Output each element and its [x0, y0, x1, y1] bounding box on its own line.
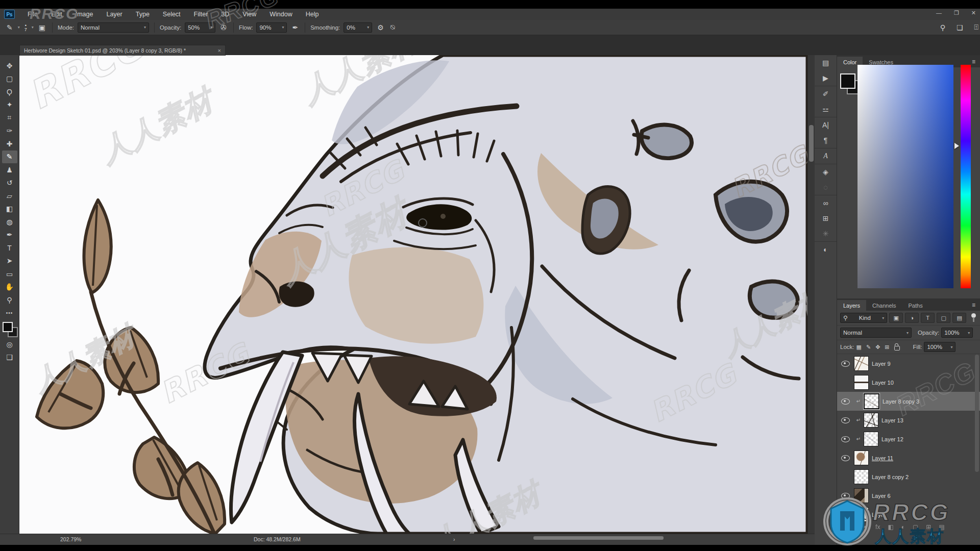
layer-name[interactable]: Layer 13 — [881, 417, 903, 423]
eraser-tool[interactable]: ▱ — [2, 189, 17, 203]
crop-tool[interactable]: ⌗ — [2, 111, 17, 124]
photoshop-logo[interactable]: Ps — [4, 10, 15, 19]
layer-row[interactable]: ↵ Layer 13 — [837, 411, 980, 430]
menu-window[interactable]: Window — [263, 11, 299, 18]
layer-row[interactable]: ↵ Layer 12 — [837, 430, 980, 448]
layer-thumbnail[interactable] — [854, 450, 869, 465]
pressure-opacity-icon[interactable]: ✇ — [219, 23, 228, 32]
filter-pixel-layers-icon[interactable]: ▣ — [889, 313, 903, 323]
layer-row[interactable]: Layer 8 copy 2 — [837, 467, 980, 486]
layer-opacity-input[interactable]: 100% ▾ — [941, 328, 973, 338]
screen-mode-button[interactable]: ❑ — [2, 351, 17, 364]
edit-toolbar-button[interactable]: ••• — [2, 307, 17, 320]
minimize-button[interactable]: — — [936, 10, 942, 16]
search-icon[interactable]: ⚲ — [939, 23, 947, 32]
3d-panel-icon[interactable]: ◈ — [815, 164, 837, 180]
opacity-input[interactable]: 50% ▾ — [185, 22, 215, 33]
chevron-down-icon[interactable]: ▾ — [18, 25, 20, 30]
healing-brush-tool[interactable]: ✚ — [2, 137, 17, 151]
character-panel-icon[interactable]: A| — [815, 117, 837, 133]
visibility-toggle[interactable] — [840, 455, 851, 461]
hue-slider-arrow[interactable] — [954, 143, 959, 149]
layer-thumbnail[interactable] — [854, 356, 869, 371]
lock-paint-icon[interactable]: ✎ — [866, 344, 871, 350]
path-selection-tool[interactable]: ➤ — [2, 255, 17, 268]
menu-filter[interactable]: Filter — [187, 11, 215, 18]
filter-shape-layers-icon[interactable]: ▢ — [937, 313, 950, 323]
status-chevron-icon[interactable]: › — [453, 536, 455, 542]
paragraph-panel-icon[interactable]: ¶ — [815, 133, 837, 148]
share-icon[interactable]: ⍐ — [973, 23, 980, 32]
layer-name[interactable]: Layer 11 — [872, 455, 893, 461]
hue-slider[interactable] — [961, 65, 971, 288]
lock-all-icon[interactable] — [894, 346, 900, 350]
workspace-switcher-icon[interactable]: ❏ — [955, 23, 965, 32]
pen-tool[interactable]: ✒ — [2, 229, 17, 242]
layer-blend-mode-select[interactable]: Normal ▾ — [840, 328, 912, 338]
libraries-panel-icon[interactable]: ∞ — [815, 195, 837, 211]
vertical-scrollbar[interactable] — [807, 55, 815, 534]
clone-stamp-tool[interactable]: ♟ — [2, 163, 17, 177]
lock-transparency-icon[interactable]: ▦ — [856, 344, 862, 350]
panel-menu-icon[interactable]: ≡ — [967, 299, 980, 311]
lasso-tool[interactable]: Ϙ — [2, 85, 17, 98]
filter-smart-objects-icon[interactable]: ▤ — [952, 313, 966, 323]
capture-panel-icon[interactable]: ✳ — [815, 226, 837, 241]
visibility-toggle[interactable] — [840, 361, 851, 367]
menu-file[interactable]: File — [21, 11, 44, 18]
lock-position-icon[interactable]: ✥ — [875, 344, 880, 350]
glyphs-panel-icon[interactable]: A — [815, 148, 837, 164]
close-tab-icon[interactable]: × — [218, 47, 221, 54]
close-button[interactable]: ✕ — [971, 10, 976, 16]
blend-mode-select[interactable]: Normal ▾ — [78, 22, 149, 33]
foreground-color-chip[interactable] — [840, 73, 855, 89]
marquee-tool[interactable]: ▢ — [2, 72, 17, 86]
flow-input[interactable]: 90% ▾ — [256, 22, 287, 33]
menu-edit[interactable]: Edit — [44, 11, 69, 18]
smoothing-input[interactable]: 0% ▾ — [344, 22, 372, 33]
adjustments-panel-icon[interactable]: ⊞ — [815, 211, 837, 226]
layer-row[interactable]: Layer 11 — [837, 448, 980, 467]
chevron-down-icon[interactable]: ▾ — [32, 25, 34, 30]
menu-help[interactable]: Help — [299, 11, 326, 18]
zoom-tool[interactable]: ⚲ — [2, 293, 17, 307]
eyedropper-tool[interactable]: ✑ — [2, 124, 17, 138]
zoom-level[interactable]: 202.79% — [60, 536, 81, 542]
menu-type[interactable]: Type — [129, 11, 156, 18]
layer-thumbnail[interactable] — [854, 469, 869, 484]
foreground-color-swatch[interactable] — [3, 322, 13, 332]
filter-type-layers-icon[interactable]: T — [921, 313, 935, 323]
visibility-toggle[interactable] — [840, 398, 851, 405]
layers-scrollbar-thumb[interactable] — [975, 355, 979, 472]
properties-panel-icon[interactable]: ◐ — [815, 241, 837, 257]
tab-layers[interactable]: Layers — [837, 300, 866, 311]
document-tab[interactable]: Herbivore Design Sketch 01.psd @ 203% (L… — [19, 45, 226, 56]
quick-mask-button[interactable]: ◎ — [2, 338, 17, 351]
layer-row[interactable]: Layer 10 — [837, 373, 980, 392]
actions-panel-icon[interactable]: ▶ — [815, 70, 837, 86]
horizontal-scrollbar-thumb[interactable] — [533, 536, 664, 540]
layer-name[interactable]: Layer 10 — [872, 380, 894, 386]
gear-icon[interactable]: ⚙ — [376, 23, 385, 32]
visibility-toggle[interactable] — [840, 436, 851, 442]
layer-name[interactable]: Layer 8 copy 3 — [883, 398, 919, 405]
layer-name[interactable]: Layer 8 copy 2 — [872, 474, 909, 480]
menu-select[interactable]: Select — [156, 11, 187, 18]
hand-tool[interactable]: ✋ — [2, 281, 17, 294]
move-tool[interactable]: ✥ — [2, 59, 17, 72]
brush-tool[interactable]: ✎ — [2, 151, 17, 164]
filter-adjustment-layers-icon[interactable]: ◑ — [905, 313, 919, 323]
menu-layer[interactable]: Layer — [100, 11, 129, 18]
brush-settings-panel-icon[interactable]: ▤ — [815, 55, 837, 70]
layer-thumbnail[interactable] — [864, 432, 878, 446]
filter-kind-select[interactable]: ⚲ Kind ▾ — [840, 313, 887, 323]
filter-toggle-pin[interactable] — [970, 313, 977, 323]
gradient-tool[interactable]: ◧ — [2, 203, 17, 216]
styles-panel-icon[interactable]: ◌ — [815, 180, 837, 195]
brushes-panel-icon[interactable]: ✐ — [815, 86, 837, 102]
layer-name[interactable]: Layer 9 — [872, 361, 891, 367]
rectangle-tool[interactable]: ▭ — [2, 267, 17, 281]
restore-button[interactable]: ❐ — [954, 10, 959, 16]
canvas[interactable]: RRCG 人人素材 人人素材 RRCG 人人素材 RRCG 人人素材 人人素材 … — [19, 55, 807, 534]
layer-fill-input[interactable]: 100% ▾ — [924, 342, 955, 352]
